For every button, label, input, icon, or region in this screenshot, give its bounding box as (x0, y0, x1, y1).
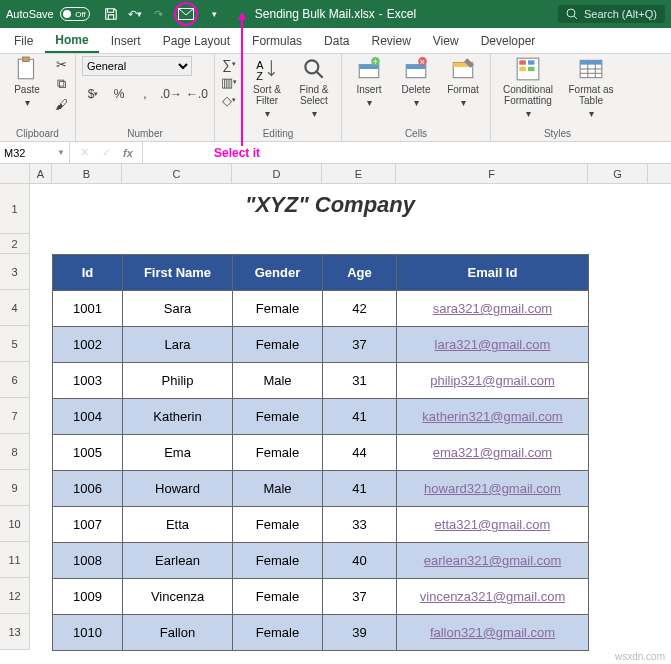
copy-icon[interactable]: ⧉ (53, 76, 69, 92)
cell-first-name[interactable]: Fallon (123, 615, 233, 651)
cell-first-name[interactable]: Etta (123, 507, 233, 543)
cell-id[interactable]: 1009 (53, 579, 123, 615)
email-link[interactable]: katherin321@gmail.com (422, 409, 562, 424)
sort-filter-button[interactable]: AZ Sort & Filter▾ (246, 56, 288, 119)
email-link[interactable]: earlean321@gmail.com (424, 553, 562, 568)
cell-email[interactable]: etta321@gmail.com (397, 507, 589, 543)
table-header[interactable]: Gender (233, 255, 323, 291)
cell-first-name[interactable]: Lara (123, 327, 233, 363)
cell-gender[interactable]: Female (233, 327, 323, 363)
col-header[interactable]: B (52, 164, 122, 183)
mail-button-highlight[interactable] (174, 2, 198, 26)
cell-gender[interactable]: Female (233, 615, 323, 651)
qat-customize-icon[interactable]: ▾ (208, 7, 222, 21)
row-header[interactable]: 3 (0, 254, 30, 290)
table-header[interactable]: Age (323, 255, 397, 291)
redo-icon[interactable]: ↷ (152, 7, 166, 21)
cell-age[interactable]: 44 (323, 435, 397, 471)
cell-first-name[interactable]: Earlean (123, 543, 233, 579)
cell-gender[interactable]: Male (233, 471, 323, 507)
clear-icon[interactable]: ◇▾ (221, 92, 237, 108)
tab-data[interactable]: Data (314, 30, 359, 52)
cell-age[interactable]: 39 (323, 615, 397, 651)
email-link[interactable]: philip321@gmail.com (430, 373, 554, 388)
cell-email[interactable]: philip321@gmail.com (397, 363, 589, 399)
save-icon[interactable] (104, 7, 118, 21)
find-select-button[interactable]: Find & Select▾ (293, 56, 335, 119)
percent-icon[interactable]: % (108, 85, 130, 103)
cell-first-name[interactable]: Howard (123, 471, 233, 507)
format-cells-button[interactable]: Format▾ (442, 56, 484, 108)
email-link[interactable]: howard321@gmail.com (424, 481, 561, 496)
sheet-title[interactable]: "XYZ" Company (60, 192, 600, 218)
cell-age[interactable]: 41 (323, 399, 397, 435)
row-header[interactable]: 13 (0, 614, 30, 650)
cell-first-name[interactable]: Ema (123, 435, 233, 471)
cell-age[interactable]: 42 (323, 291, 397, 327)
conditional-formatting-button[interactable]: Conditional Formatting▾ (497, 56, 559, 119)
tab-file[interactable]: File (4, 30, 43, 52)
fx-icon[interactable]: fx (120, 147, 136, 159)
format-painter-icon[interactable]: 🖌 (53, 96, 69, 112)
cell-email[interactable]: fallon321@gmail.com (397, 615, 589, 651)
col-header[interactable]: G (588, 164, 648, 183)
comma-icon[interactable]: , (134, 85, 156, 103)
col-header[interactable]: F (396, 164, 588, 183)
email-link[interactable]: lara321@gmail.com (435, 337, 551, 352)
email-link[interactable]: sara321@gmail.com (433, 301, 552, 316)
tab-review[interactable]: Review (361, 30, 420, 52)
cell-id[interactable]: 1007 (53, 507, 123, 543)
row-header[interactable]: 8 (0, 434, 30, 470)
col-header[interactable]: A (30, 164, 52, 183)
cell-grid[interactable]: "XYZ" Company Id First Name Gender Age E… (30, 184, 671, 650)
tab-home[interactable]: Home (45, 29, 98, 53)
name-box[interactable]: M32▼ (0, 142, 70, 163)
undo-icon[interactable]: ↶▾ (128, 7, 142, 21)
cell-first-name[interactable]: Vincenza (123, 579, 233, 615)
row-header[interactable]: 10 (0, 506, 30, 542)
table-header[interactable]: First Name (123, 255, 233, 291)
format-as-table-button[interactable]: Format as Table▾ (564, 56, 618, 119)
cell-gender[interactable]: Female (233, 399, 323, 435)
row-header[interactable]: 12 (0, 578, 30, 614)
autosave-toggle[interactable]: AutoSave Off (0, 7, 96, 21)
row-header[interactable]: 7 (0, 398, 30, 434)
enter-formula-icon[interactable]: ✓ (98, 146, 114, 159)
cell-id[interactable]: 1004 (53, 399, 123, 435)
table-header[interactable]: Email Id (397, 255, 589, 291)
decrease-decimal-icon[interactable]: ←.0 (186, 85, 208, 103)
cell-email[interactable]: katherin321@gmail.com (397, 399, 589, 435)
row-header[interactable]: 9 (0, 470, 30, 506)
cell-id[interactable]: 1006 (53, 471, 123, 507)
row-header[interactable]: 11 (0, 542, 30, 578)
row-header[interactable]: 5 (0, 326, 30, 362)
cell-email[interactable]: earlean321@gmail.com (397, 543, 589, 579)
insert-cells-button[interactable]: + Insert▾ (348, 56, 390, 108)
cell-gender[interactable]: Female (233, 543, 323, 579)
cell-id[interactable]: 1010 (53, 615, 123, 651)
col-header[interactable]: D (232, 164, 322, 183)
cell-email[interactable]: lara321@gmail.com (397, 327, 589, 363)
cell-gender[interactable]: Male (233, 363, 323, 399)
cell-age[interactable]: 37 (323, 327, 397, 363)
cell-email[interactable]: ema321@gmail.com (397, 435, 589, 471)
cell-id[interactable]: 1008 (53, 543, 123, 579)
select-all-corner[interactable] (0, 164, 30, 183)
email-link[interactable]: fallon321@gmail.com (430, 625, 555, 640)
cell-age[interactable]: 40 (323, 543, 397, 579)
tab-page-layout[interactable]: Page Layout (153, 30, 240, 52)
cell-first-name[interactable]: Sara (123, 291, 233, 327)
toggle-switch[interactable]: Off (60, 7, 90, 21)
cell-id[interactable]: 1002 (53, 327, 123, 363)
cell-age[interactable]: 41 (323, 471, 397, 507)
tab-formulas[interactable]: Formulas (242, 30, 312, 52)
fill-icon[interactable]: ▥▾ (221, 74, 237, 90)
cell-gender[interactable]: Female (233, 291, 323, 327)
cell-email[interactable]: vincenza321@gmail.com (397, 579, 589, 615)
delete-cells-button[interactable]: × Delete▾ (395, 56, 437, 108)
cell-age[interactable]: 33 (323, 507, 397, 543)
table-header[interactable]: Id (53, 255, 123, 291)
currency-icon[interactable]: $▾ (82, 85, 104, 103)
row-header[interactable]: 1 (0, 184, 30, 234)
cell-id[interactable]: 1001 (53, 291, 123, 327)
